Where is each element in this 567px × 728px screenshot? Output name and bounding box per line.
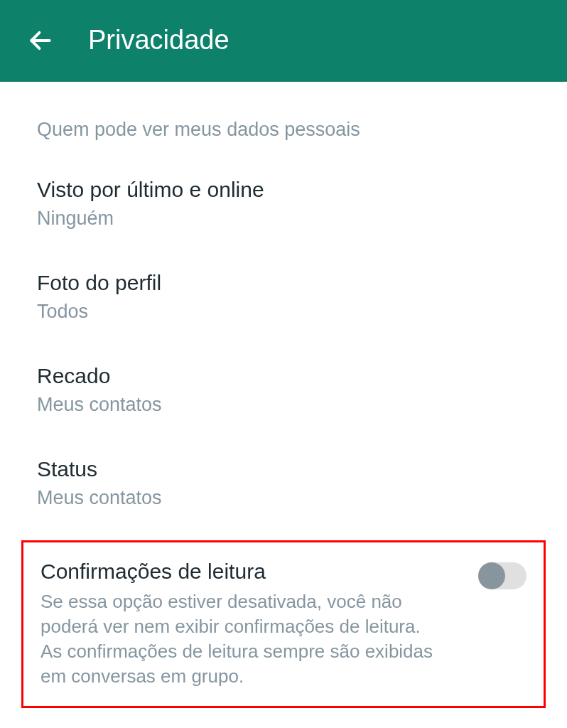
setting-value: Meus contatos xyxy=(37,394,530,416)
setting-title: Confirmações de leitura xyxy=(40,560,464,584)
settings-content: Quem pode ver meus dados pessoais Visto … xyxy=(0,82,567,708)
setting-description: Se essa opção estiver desativada, você n… xyxy=(40,589,438,689)
app-header: Privacidade xyxy=(0,0,567,82)
toggle-thumb xyxy=(478,562,505,589)
setting-title: Status xyxy=(37,457,530,481)
setting-value: Meus contatos xyxy=(37,487,530,509)
page-title: Privacidade xyxy=(88,25,230,55)
section-header: Quem pode ver meus dados pessoais xyxy=(0,82,567,156)
setting-about[interactable]: Recado Meus contatos xyxy=(0,343,567,436)
setting-profile-photo[interactable]: Foto do perfil Todos xyxy=(0,250,567,343)
read-receipts-toggle[interactable] xyxy=(478,562,526,589)
setting-content: Confirmações de leitura Se essa opção es… xyxy=(40,560,464,689)
setting-read-receipts[interactable]: Confirmações de leitura Se essa opção es… xyxy=(23,542,544,706)
setting-last-seen[interactable]: Visto por último e online Ninguém xyxy=(0,156,567,250)
setting-title: Foto do perfil xyxy=(37,271,530,295)
highlight-box: Confirmações de leitura Se essa opção es… xyxy=(21,540,546,708)
setting-status[interactable]: Status Meus contatos xyxy=(0,436,567,529)
back-arrow-icon[interactable] xyxy=(27,27,54,54)
setting-title: Visto por último e online xyxy=(37,178,530,202)
setting-title: Recado xyxy=(37,364,530,388)
setting-value: Todos xyxy=(37,301,530,323)
setting-value: Ninguém xyxy=(37,208,530,230)
